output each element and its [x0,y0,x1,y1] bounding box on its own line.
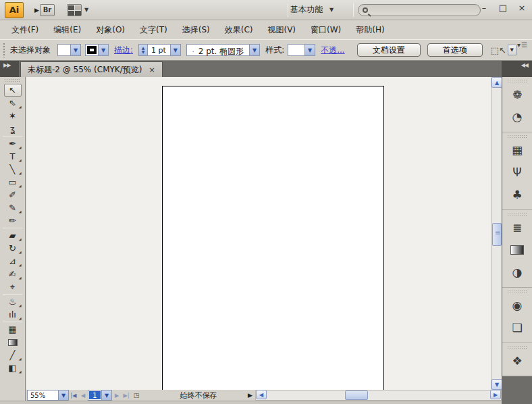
fill-color-dropdown[interactable]: ▼ [57,44,81,56]
menu-item-4[interactable]: 选择(S) [175,22,217,39]
status-menu-arrow-icon[interactable]: ▶ [248,392,252,399]
artboard-options-icon[interactable]: ◳ [131,390,142,401]
scale-tool[interactable]: ⊿◢ [4,255,22,268]
window-bottom-edge [0,401,502,404]
canvas[interactable]: ▲ ▼ [26,77,502,390]
panel-grip-icon[interactable] [507,212,527,216]
graphic-styles-icon[interactable]: ❏ [507,318,527,338]
style-dropdown[interactable]: ▼ [288,44,315,56]
zoom-level-dropdown[interactable]: 55% ▼ [27,390,69,401]
pencil-tool[interactable]: ✎◢ [4,201,22,214]
warp-tool[interactable]: ✍◢ [4,268,22,280]
mesh-tool[interactable]: ▦ [4,323,22,336]
blend-tool[interactable]: ◧◢ [4,361,22,374]
chevron-down-icon[interactable]: ▼ [508,45,516,55]
vertical-scrollbar[interactable]: ▲ ▼ [491,77,502,390]
scroll-up-icon[interactable]: ▲ [491,77,502,88]
appearance-icon[interactable]: ◉ [507,295,527,315]
menu-item-0[interactable]: 文件(F) [4,22,46,39]
transparency-icon[interactable]: ◑ [507,262,527,282]
pen-tool[interactable]: ✒◢ [4,137,22,150]
scroll-down-icon[interactable]: ▼ [491,379,502,390]
chevron-down-icon[interactable]: ▼ [170,45,180,55]
lasso-tool[interactable]: ʓ [4,122,22,135]
stroke-icon[interactable]: ≣ [507,218,527,238]
panel-grip-icon[interactable] [507,134,527,138]
stroke-weight-stepper[interactable]: ▲▼ 1 pt ▼ [138,44,181,56]
scroll-left-icon[interactable]: ◀ [256,390,267,399]
horizontal-scroll-thumb[interactable] [345,390,368,400]
artboard-number-field[interactable]: 1 ▼ [88,390,112,401]
color-icon[interactable]: ❁ [507,84,527,105]
menu-item-5[interactable]: 效果(C) [217,22,261,39]
workspace-switcher[interactable]: 基本功能 ▼ [290,4,334,16]
spinner-arrows-icon[interactable]: ▲▼ [139,45,148,55]
layers-icon[interactable]: ❖ [507,351,527,371]
first-artboard-icon[interactable]: |◀ [69,390,78,401]
preferences-button[interactable]: 首选项 [427,43,483,57]
paintbrush-tool[interactable]: ✐ [4,188,22,201]
brush-definition-dropdown[interactable]: ·2 pt. 椭圆形 ▼ [186,44,260,56]
stroke-panel-link[interactable]: 描边: [114,45,133,56]
status-display[interactable]: 始终不保存 ▶ [142,390,255,401]
swatches-icon[interactable]: ▦ [507,140,527,160]
minimize-button[interactable]: – [479,3,489,13]
chevron-down-icon: ▼ [304,45,315,55]
close-button[interactable]: × [517,3,527,13]
control-panel-menu-icon[interactable]: ▾☰ [517,41,528,49]
artboard[interactable] [162,86,384,390]
menu-item-3[interactable]: 文字(T) [132,22,175,39]
tab-close-icon[interactable]: × [149,66,155,74]
panel-grip-icon[interactable] [4,78,21,82]
blob-brush-tool[interactable]: ✏ [4,214,22,227]
document-tab[interactable]: 未标题-2 @ 55% (CMYK/预览) × [20,61,163,77]
eyedropper-tool[interactable]: ╱◢ [4,349,22,361]
dock-group-4: ❖ [502,345,532,376]
free-transform-tool[interactable]: ⌖ [4,280,22,293]
document-setup-button[interactable]: 文档设置 [357,43,421,57]
selection-tool[interactable]: ↖ [4,84,22,97]
stroke-color-dropdown[interactable]: ▼ [85,44,109,56]
type-tool[interactable]: T◢ [4,150,22,163]
rectangle-tool[interactable]: ▭◢ [4,176,22,188]
chevron-down-icon: ▼ [58,390,68,400]
eraser-tool[interactable]: ▰◢ [4,229,22,242]
maximize-button[interactable]: □ [498,3,508,13]
horizontal-scrollbar[interactable]: ◀ ▶ [255,390,502,401]
gradient-icon[interactable] [507,240,527,260]
rotate-tool[interactable]: ↻◢ [4,242,22,255]
scroll-right-icon[interactable]: ▶ [490,390,501,399]
tab-bar: ▶▶ 未标题-2 @ 55% (CMYK/预览) × ◀◀ [0,61,532,77]
gradient-tool[interactable] [4,336,22,349]
line-segment-tool[interactable]: ╲◢ [4,163,22,176]
panel-grip-icon[interactable] [507,290,527,293]
color-guide-icon[interactable]: ◔ [507,107,527,127]
dock-collapse-button[interactable]: ◀◀ [502,61,532,77]
previous-artboard-icon[interactable]: ◀ [78,390,88,401]
panel-grip-icon[interactable] [507,345,527,349]
column-graph-tool[interactable]: ılı◢ [4,308,22,321]
chevron-down-icon: ▼ [84,7,88,13]
panel-grip-icon[interactable] [3,43,6,57]
menu-item-6[interactable]: 视图(V) [260,22,303,39]
menu-item-8[interactable]: 帮助(H) [348,22,392,39]
symbols-icon[interactable]: ♣ [507,184,527,205]
symbol-sprayer-tool[interactable]: ♨◢ [4,295,22,308]
search-input[interactable] [358,4,481,16]
brushes-icon[interactable]: Ψ [507,162,527,182]
menu-item-7[interactable]: 窗口(W) [303,22,348,39]
last-artboard-icon[interactable]: ▶| [122,390,131,401]
panel-grip-icon[interactable] [507,79,527,82]
select-similar-control[interactable]: ⬚↖ ▼ [491,45,516,55]
toolbar-expand-button[interactable]: ▶▶ [0,61,19,77]
opacity-link[interactable]: 不透... [321,45,344,56]
arrange-documents-control[interactable]: ▼ [55,4,88,16]
menu-item-2[interactable]: 对象(O) [88,22,132,39]
menu-item-1[interactable]: 编辑(E) [46,22,88,39]
vertical-scroll-thumb[interactable] [492,223,502,246]
bridge-launcher[interactable]: ▶ Br [34,4,55,16]
direct-selection-tool[interactable]: ⇖◢ [4,97,22,109]
magic-wand-tool[interactable]: ✶ [4,109,22,122]
artboard-number-value: 1 [89,391,101,399]
next-artboard-icon[interactable]: ▶ [112,390,122,401]
